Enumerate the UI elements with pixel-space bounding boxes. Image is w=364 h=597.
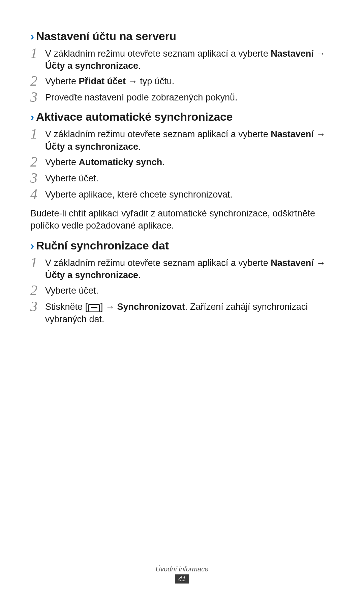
page-number: 41: [175, 574, 189, 584]
text: Stiskněte [: [45, 302, 88, 312]
chevron-right-icon: ›: [30, 239, 34, 252]
step-list-2: 1 V základním režimu otevřete seznam apl…: [30, 128, 334, 201]
text: .: [138, 61, 141, 71]
step-text: V základním režimu otevřete seznam aplik…: [45, 48, 334, 72]
section-heading-2: ›Aktivace automatické synchronizace: [30, 110, 334, 123]
list-item: 1 V základním režimu otevřete seznam apl…: [30, 48, 334, 72]
list-item: 1 V základním režimu otevřete seznam apl…: [30, 257, 334, 281]
text: Vyberte: [45, 76, 79, 86]
text-bold: Nastavení: [271, 258, 314, 268]
text-bold: Účty a synchronizace: [45, 270, 138, 280]
arrow-icon: →: [103, 302, 117, 312]
text-bold: Přidat účet: [79, 76, 126, 86]
list-item: 4 Vyberte aplikace, které chcete synchro…: [30, 188, 334, 201]
text-bold: Synchronizovat: [117, 302, 185, 312]
step-text: V základním režimu otevřete seznam aplik…: [45, 257, 334, 281]
step-number: 3: [30, 90, 45, 104]
text: V základním režimu otevřete seznam aplik…: [45, 49, 271, 59]
list-item: 1 V základním režimu otevřete seznam apl…: [30, 128, 334, 152]
step-number: 2: [30, 155, 45, 169]
text-bold: Účty a synchronizace: [45, 61, 138, 71]
list-item: 2 Vyberte účet.: [30, 285, 334, 297]
list-item: 3 Proveďte nastavení podle zobrazených p…: [30, 91, 334, 104]
step-number: 1: [30, 127, 45, 141]
document-page: ›Nastavení účtu na serveru 1 V základním…: [0, 0, 364, 597]
text-bold: Automaticky synch.: [79, 157, 165, 167]
step-text: Vyberte aplikace, které chcete synchroni…: [45, 188, 334, 201]
step-number: 2: [30, 74, 45, 88]
text-bold: Účty a synchronizace: [45, 142, 138, 152]
list-item: 2 Vyberte Automaticky synch.: [30, 156, 334, 169]
list-item: 3 Stiskněte [] → Synchronizovat. Zařízen…: [30, 301, 334, 325]
step-text: Vyberte Automaticky synch.: [45, 156, 334, 168]
step-list-1: 1 V základním režimu otevřete seznam apl…: [30, 48, 334, 104]
page-footer: Úvodní informace 41: [0, 565, 364, 584]
step-number: 3: [30, 299, 45, 314]
step-number: 3: [30, 171, 45, 185]
step-list-3: 1 V základním režimu otevřete seznam apl…: [30, 257, 334, 325]
step-number: 1: [30, 46, 45, 60]
text: Vyberte: [45, 157, 79, 167]
step-text: Vyberte účet.: [45, 172, 334, 184]
section-title: Aktivace automatické synchronizace: [36, 110, 233, 123]
step-number: 2: [30, 283, 45, 297]
chevron-right-icon: ›: [30, 30, 34, 42]
text: ]: [100, 302, 103, 312]
text: .: [138, 142, 141, 152]
step-text: Vyberte Přidat účet → typ účtu.: [45, 75, 334, 87]
text: .: [138, 270, 141, 280]
list-item: 3 Vyberte účet.: [30, 172, 334, 185]
section-title: Nastavení účtu na serveru: [36, 30, 176, 42]
step-text: Stiskněte [] → Synchronizovat. Zařízení …: [45, 301, 334, 325]
section-heading-1: ›Nastavení účtu na serveru: [30, 30, 334, 43]
paragraph-note: Budete-li chtít aplikaci vyřadit z autom…: [30, 207, 334, 232]
text-bold: Nastavení: [271, 49, 314, 59]
arrow-icon: →: [314, 129, 326, 139]
step-text: Vyberte účet.: [45, 285, 334, 297]
text: V základním režimu otevřete seznam aplik…: [45, 129, 271, 139]
section-heading-3: ›Ruční synchronizace dat: [30, 239, 334, 252]
section-title: Ruční synchronizace dat: [36, 239, 169, 252]
step-text: V základním režimu otevřete seznam aplik…: [45, 128, 334, 152]
text: typ účtu.: [140, 76, 174, 86]
menu-button-icon: [88, 304, 100, 312]
footer-section-label: Úvodní informace: [0, 565, 364, 573]
arrow-icon: →: [126, 76, 140, 86]
text-bold: Nastavení: [271, 129, 314, 139]
step-number: 4: [30, 187, 45, 201]
list-item: 2 Vyberte Přidat účet → typ účtu.: [30, 75, 334, 88]
step-text: Proveďte nastavení podle zobrazených pok…: [45, 91, 334, 103]
chevron-right-icon: ›: [30, 110, 34, 123]
text: V základním režimu otevřete seznam aplik…: [45, 258, 271, 268]
arrow-icon: →: [314, 49, 326, 59]
arrow-icon: →: [314, 258, 326, 268]
step-number: 1: [30, 256, 45, 270]
